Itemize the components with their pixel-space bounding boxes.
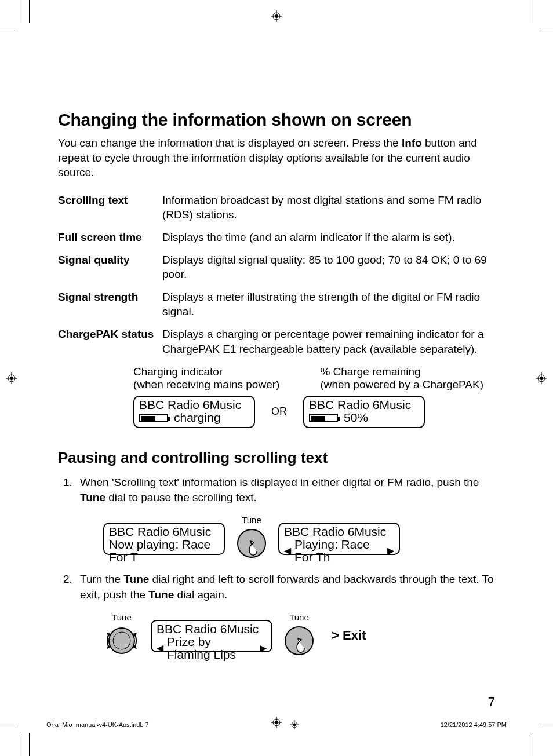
crop-mark	[0, 32, 14, 32]
crop-mark	[20, 733, 20, 756]
tune-dial-label: Tune	[148, 589, 174, 601]
indicator-captions: Charging indicator (when receiving mains…	[133, 366, 495, 391]
lcd-line: ◀Playing: Race For Th ▶	[284, 538, 394, 564]
step-1: When 'Scrolling text' information is dis…	[75, 475, 495, 564]
tune-dial-label: Tune	[123, 573, 149, 585]
caption-line: (when powered by a ChargePAK)	[320, 378, 483, 391]
crop-mark	[533, 733, 533, 756]
lcd-playing-paused: BBC Radio 6Music ◀Playing: Race For Th ▶	[278, 523, 400, 555]
crop-mark	[20, 0, 20, 23]
lcd-line: 50%	[309, 411, 419, 424]
lcd-line: BBC Radio 6Music	[109, 525, 219, 538]
step-text: dial again.	[174, 589, 227, 601]
registration-mark-icon	[6, 372, 17, 384]
crop-mark	[29, 733, 30, 756]
or-label: OR	[271, 406, 287, 418]
lcd-line: BBC Radio 6Music	[284, 525, 394, 538]
crop-mark	[539, 32, 553, 32]
table-row: ChargePAK statusDisplays a charging or p…	[58, 324, 495, 361]
lcd-line: Now playing: Race For T	[109, 538, 219, 564]
definitions-table: Scrolling textInformation broadcast by m…	[58, 191, 495, 362]
tune-dial-turn: Tune	[103, 611, 140, 662]
def-label: ChargePAK status	[58, 324, 162, 361]
intro-paragraph: You can change the information that is d…	[58, 136, 495, 180]
lcd-prize: BBC Radio 6Music ◀Prize by Flaming Lips▶	[151, 620, 272, 652]
intro-text: You can change the information that is d…	[58, 137, 402, 149]
lcd-line: BBC Radio 6Music	[309, 399, 419, 411]
registration-mark-icon	[290, 720, 299, 729]
dial-press-icon	[235, 527, 268, 560]
lcd-line: BBC Radio 6Music	[157, 623, 267, 636]
def-desc: Displays a charging or percentage power …	[162, 324, 495, 361]
caption-line: (when receiving mains power)	[133, 378, 279, 391]
step1-sequence: BBC Radio 6Music Now playing: Race For T…	[103, 514, 495, 564]
footer-timestamp: 12/21/2012 4:49:57 PM	[441, 721, 507, 728]
lcd-text: 50%	[344, 411, 368, 424]
print-footer: Orla_Mio_manual-v4-UK-Aus.indb 7 12/21/2…	[46, 720, 507, 729]
battery-icon	[139, 414, 168, 422]
arrow-left-icon: ◀	[157, 644, 163, 653]
lcd-line: BBC Radio 6Music	[139, 399, 249, 411]
def-label: Signal strength	[58, 287, 162, 324]
def-label: Scrolling text	[58, 191, 162, 228]
table-row: Full screen timeDisplays the time (and a…	[58, 228, 495, 250]
lcd-charging: BBC Radio 6Music charging	[133, 396, 255, 428]
arrow-left-icon: ◀	[284, 546, 291, 556]
step2-sequence: Tune BBC Radio 6Music ◀	[103, 611, 495, 662]
def-desc: Displays digital signal quality: 85 to 1…	[162, 250, 495, 287]
lcd-text: charging	[174, 411, 221, 424]
heading-changing-info: Changing the information shown on screen	[58, 110, 495, 130]
crop-mark	[29, 0, 30, 23]
steps-list: When 'Scrolling text' information is dis…	[58, 475, 495, 662]
indicator-caption-left: Charging indicator (when receiving mains…	[133, 366, 279, 391]
lcd-line: ◀Prize by Flaming Lips▶	[157, 636, 267, 661]
def-label: Full screen time	[58, 228, 162, 250]
tune-dial-label: Tune	[80, 491, 105, 503]
footer-filename: Orla_Mio_manual-v4-UK-Aus.indb 7	[46, 721, 149, 728]
dial-label: Tune	[235, 514, 268, 526]
arrow-right-icon: ▶	[260, 644, 267, 653]
page-number: 7	[488, 695, 495, 710]
def-desc: Information broadcast by most digital st…	[162, 191, 495, 228]
battery-icon	[309, 414, 338, 422]
dial-turn-icon	[103, 624, 140, 657]
dial-label: Tune	[103, 611, 140, 623]
lcd-text: Playing: Race For Th	[294, 538, 384, 564]
def-label: Signal quality	[58, 250, 162, 287]
info-button-label: Info	[402, 137, 422, 149]
step-text: Turn the	[80, 573, 123, 585]
table-row: Signal qualityDisplays digital signal qu…	[58, 250, 495, 287]
indicator-caption-right: % Charge remaining (when powered by a Ch…	[320, 366, 483, 391]
crop-mark	[0, 724, 14, 724]
tune-dial-push: Tune	[235, 514, 268, 564]
lcd-examples-row: BBC Radio 6Music charging OR BBC Radio 6…	[133, 396, 495, 428]
arrow-right-icon: ▶	[387, 546, 394, 556]
lcd-text: Prize by Flaming Lips	[167, 636, 256, 661]
lcd-now-playing: BBC Radio 6Music Now playing: Race For T	[103, 523, 225, 555]
def-desc: Displays the time (and an alarm indicato…	[162, 228, 495, 250]
step-text: dial to pause the scrolling text.	[105, 491, 257, 503]
def-desc: Displays a meter illustrating the streng…	[162, 287, 495, 324]
table-row: Signal strengthDisplays a meter illustra…	[58, 287, 495, 324]
caption-line: Charging indicator	[133, 366, 279, 378]
registration-mark-icon	[271, 10, 282, 22]
step-2: Turn the Tune dial right and left to scr…	[75, 572, 495, 661]
registration-mark-icon	[536, 372, 547, 384]
table-row: Scrolling textInformation broadcast by m…	[58, 191, 495, 228]
lcd-percent: BBC Radio 6Music 50%	[303, 396, 425, 428]
dial-label: Tune	[283, 611, 315, 623]
lcd-line: charging	[139, 411, 249, 424]
dial-press-icon	[283, 624, 315, 657]
exit-label: > Exit	[332, 627, 366, 645]
crop-mark	[539, 724, 553, 724]
step-text: When 'Scrolling text' information is dis…	[80, 476, 479, 488]
crop-mark	[533, 0, 533, 23]
caption-line: % Charge remaining	[320, 366, 483, 378]
tune-dial-push: Tune	[283, 611, 315, 662]
heading-pausing: Pausing and controlling scrolling text	[58, 449, 495, 467]
